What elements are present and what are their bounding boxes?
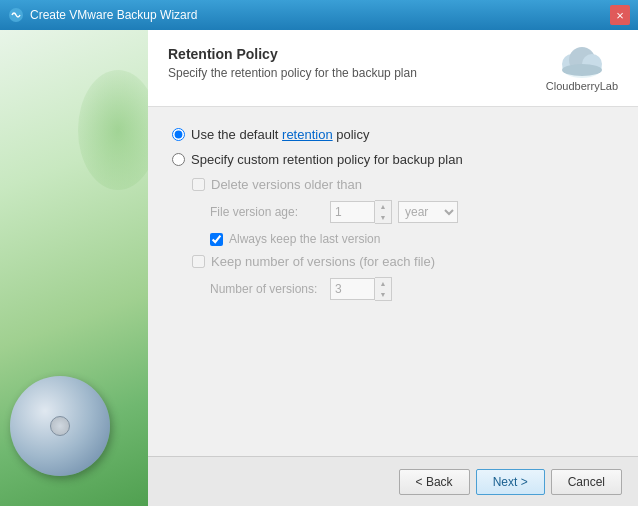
number-of-versions-spinner[interactable]: 3 ▲ ▼ bbox=[330, 277, 392, 301]
svg-point-5 bbox=[562, 64, 602, 76]
number-of-versions-input[interactable]: 3 bbox=[330, 278, 375, 300]
delete-versions-option: Delete versions older than bbox=[192, 177, 614, 192]
always-keep-label: Always keep the last version bbox=[229, 232, 380, 246]
main-container: Retention Policy Specify the retention p… bbox=[0, 30, 638, 506]
default-retention-radio[interactable] bbox=[172, 128, 185, 141]
keep-number-option: Keep number of versions (for each file) bbox=[192, 254, 614, 269]
always-keep-checkbox[interactable] bbox=[210, 233, 223, 246]
always-keep-row[interactable]: Always keep the last version bbox=[210, 232, 614, 246]
page-subtitle: Specify the retention policy for the bac… bbox=[168, 66, 417, 80]
number-of-versions-row: Number of versions: 3 ▲ ▼ bbox=[210, 277, 614, 301]
next-button[interactable]: Next > bbox=[476, 469, 545, 495]
keep-number-label: Keep number of versions (for each file) bbox=[211, 254, 435, 269]
keep-number-checkbox[interactable] bbox=[192, 255, 205, 268]
year-select[interactable]: year month day bbox=[398, 201, 458, 223]
versions-spinner-buttons: ▲ ▼ bbox=[375, 277, 392, 301]
retention-link[interactable]: retention bbox=[282, 127, 333, 142]
header-text-block: Retention Policy Specify the retention p… bbox=[168, 46, 417, 80]
spinner-buttons: ▲ ▼ bbox=[375, 200, 392, 224]
file-version-age-label: File version age: bbox=[210, 205, 330, 219]
title-bar: Create VMware Backup Wizard × bbox=[0, 0, 638, 30]
custom-policy-group: Delete versions older than File version … bbox=[192, 177, 614, 301]
footer: < Back Next > Cancel bbox=[148, 456, 638, 506]
custom-retention-radio[interactable] bbox=[172, 153, 185, 166]
content-header: Retention Policy Specify the retention p… bbox=[148, 30, 638, 107]
title-bar-text: Create VMware Backup Wizard bbox=[30, 8, 197, 22]
spinner-down-button[interactable]: ▼ bbox=[375, 212, 391, 223]
number-of-versions-label: Number of versions: bbox=[210, 282, 330, 296]
delete-versions-checkbox[interactable] bbox=[192, 178, 205, 191]
title-bar-left: Create VMware Backup Wizard bbox=[8, 7, 197, 23]
default-retention-option[interactable]: Use the default retention policy bbox=[172, 127, 614, 142]
versions-spinner-up[interactable]: ▲ bbox=[375, 278, 391, 289]
close-button[interactable]: × bbox=[610, 5, 630, 25]
back-button[interactable]: < Back bbox=[399, 469, 470, 495]
logo-text: CloudberryLab bbox=[546, 80, 618, 92]
app-icon bbox=[8, 7, 24, 23]
logo-area: CloudberryLab bbox=[546, 42, 618, 92]
disc-decoration bbox=[10, 376, 120, 486]
custom-retention-option[interactable]: Specify custom retention policy for back… bbox=[172, 152, 614, 167]
cloudberry-logo-icon bbox=[556, 42, 608, 80]
file-version-age-input[interactable]: 1 bbox=[330, 201, 375, 223]
default-retention-label: Use the default retention policy bbox=[191, 127, 370, 142]
cancel-button[interactable]: Cancel bbox=[551, 469, 622, 495]
delete-versions-label: Delete versions older than bbox=[211, 177, 362, 192]
form-content: Use the default retention policy Specify… bbox=[148, 107, 638, 456]
spinner-up-button[interactable]: ▲ bbox=[375, 201, 391, 212]
sidebar bbox=[0, 30, 148, 506]
content-area: Retention Policy Specify the retention p… bbox=[148, 30, 638, 506]
file-version-age-row: File version age: 1 ▲ ▼ year month day bbox=[210, 200, 614, 224]
page-title: Retention Policy bbox=[168, 46, 417, 62]
leaf-decoration bbox=[78, 70, 148, 190]
versions-spinner-down[interactable]: ▼ bbox=[375, 289, 391, 300]
file-version-age-spinner[interactable]: 1 ▲ ▼ year month day bbox=[330, 200, 458, 224]
custom-retention-label: Specify custom retention policy for back… bbox=[191, 152, 463, 167]
